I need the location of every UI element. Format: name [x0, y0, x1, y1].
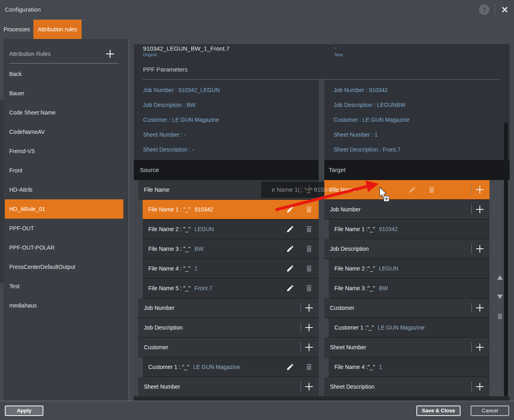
mapping-row-file-name-5[interactable]: File Name 5 : "_"Front.7: [143, 279, 319, 298]
mapping-row-customer-1[interactable]: Customer 1 : "_"LE GUN Magazine: [143, 357, 319, 377]
footer-bar: Apply Save & Close Cancel: [0, 401, 514, 420]
group-row-job-number[interactable]: Job Number: [138, 298, 319, 318]
add-icon[interactable]: [303, 302, 315, 313]
mapping-row-file-name-4[interactable]: File Name 4 : "_"1: [143, 259, 319, 278]
save-close-button[interactable]: Save & Close: [416, 406, 461, 416]
separator: [471, 342, 472, 352]
new-file-name: -: [335, 45, 336, 51]
tab-attribution-rules[interactable]: Attribution rules: [33, 20, 82, 39]
delete-icon[interactable]: [305, 245, 313, 253]
row-label: Customer 1 :"_": [334, 324, 374, 331]
sidebar-item-test[interactable]: Test: [5, 277, 123, 296]
group-row-job-number[interactable]: Job Number: [324, 200, 489, 219]
row-text: File Name 4 : "_"1: [148, 259, 198, 278]
section-title: PPF Parameters: [143, 66, 188, 73]
group-row-sheet-description[interactable]: Sheet Description: [324, 377, 489, 396]
row-label: File Name 5 : "_": [148, 285, 190, 291]
delete-icon[interactable]: [305, 264, 313, 272]
group-row-sheet-number[interactable]: Sheet Number: [138, 377, 319, 396]
sidebar-item-hd-arule-01[interactable]: HD_ARule_01: [5, 199, 123, 219]
group-row-customer[interactable]: Customer: [138, 338, 319, 357]
edit-icon[interactable]: [286, 245, 294, 253]
cancel-button[interactable]: Cancel: [471, 406, 509, 416]
row-label: Customer 1 : "_": [148, 364, 189, 370]
separator: [301, 303, 301, 313]
add-icon[interactable]: [474, 243, 486, 254]
sidebar-scrollbar-thumb[interactable]: [0, 100, 4, 283]
mapping-row-file-name-1[interactable]: File Name 1 :"_"910342: [329, 219, 489, 239]
edit-icon[interactable]: [286, 363, 294, 371]
mapping-row-file-name-3[interactable]: File Name 3 :"_"BW: [329, 279, 489, 298]
edit-icon[interactable]: [286, 205, 294, 213]
sidebar-item-bauer[interactable]: Bauer: [5, 84, 123, 103]
row-text: Sheet Number: [144, 377, 180, 396]
mapping-row-file-name-3[interactable]: File Name 3 : "_"BW: [143, 239, 319, 258]
add-icon[interactable]: [303, 322, 315, 333]
target-title: Target: [329, 160, 346, 180]
scrollbar-thumb[interactable]: [504, 123, 508, 397]
delete-icon[interactable]: [305, 205, 313, 213]
sidebar-item-codenameav[interactable]: CodeNameAV: [5, 122, 123, 141]
row-label: File Name 1 :"_": [334, 226, 375, 232]
group-row-sheet-number[interactable]: Sheet Number: [324, 338, 489, 357]
row-label: File Name: [144, 186, 170, 193]
sidebar-item-code-sheet-name[interactable]: Code Sheet Name: [5, 103, 123, 122]
sidebar-item-mediahaus[interactable]: mediahaus: [5, 296, 123, 315]
edit-icon[interactable]: [286, 264, 294, 272]
close-icon[interactable]: [501, 6, 509, 14]
row-text: Job Description: [144, 318, 183, 337]
row-label: File Name 3 : "_": [148, 246, 190, 252]
group-row-customer[interactable]: Customer: [324, 298, 489, 318]
edit-icon[interactable]: [408, 186, 416, 194]
source-title: Source: [140, 160, 159, 180]
group-row-job-description[interactable]: Job Description: [138, 318, 319, 337]
group-row-file-name[interactable]: File Name: [324, 180, 489, 199]
mapping-row-file-name-2[interactable]: File Name 2 :"_"LEGUN: [329, 259, 489, 278]
delete-icon[interactable]: [496, 313, 504, 320]
source-list: File NameFile Name 1 : "_"910342File Nam…: [134, 180, 319, 397]
row-label: Sheet Number: [144, 383, 180, 390]
add-rule-icon[interactable]: [104, 48, 116, 60]
row-value: BW: [195, 246, 204, 252]
row-label: File Name 4 : "_": [148, 265, 190, 272]
add-icon[interactable]: [474, 204, 486, 215]
mapping-row-file-name-1[interactable]: File Name 1 : "_"910342: [143, 200, 319, 219]
group-row-job-description[interactable]: Job Description: [324, 239, 489, 258]
mapping-row-file-name-4[interactable]: File Name 4 :"_"1: [329, 357, 489, 377]
add-icon[interactable]: [474, 184, 486, 195]
sidebar-item-ppf-out[interactable]: PPF-OUT: [5, 219, 123, 238]
delete-icon[interactable]: [305, 225, 313, 233]
column-gutter: [319, 80, 324, 401]
edit-icon[interactable]: [286, 225, 294, 233]
apply-button[interactable]: Apply: [5, 406, 43, 416]
delete-icon[interactable]: [428, 186, 436, 194]
delete-icon[interactable]: [305, 284, 313, 292]
row-text: File Name 1 :"_"910342: [334, 219, 398, 239]
add-icon[interactable]: [474, 342, 486, 353]
sidebar-item-front[interactable]: Front: [5, 161, 123, 180]
move-down-icon[interactable]: [497, 295, 503, 299]
param-job-number: Job Number : 910342: [334, 87, 388, 95]
sidebar-item-presscenterdefaultoutput[interactable]: PressCenterDefaultOutput: [5, 257, 123, 277]
add-icon[interactable]: [303, 342, 315, 353]
sidebar: Attribution Rules BackBauerCode Sheet Na…: [4, 39, 129, 401]
row-label: File Name 4 :"_": [334, 364, 375, 370]
row-label: Job Number: [144, 305, 174, 311]
edit-icon[interactable]: [286, 284, 294, 292]
sidebar-item-back[interactable]: Back: [5, 64, 123, 84]
mapping-row-customer-1[interactable]: Customer 1 :"_"LE GUN Magazine: [329, 318, 489, 337]
help-icon[interactable]: ?: [479, 4, 489, 15]
row-value: LE GUN Magazine: [378, 324, 425, 331]
mapping-row-file-name-2[interactable]: File Name 2 : "_"LEGUN: [143, 219, 319, 239]
sidebar-item-ppf-out-polar[interactable]: PPF-OUT-POLAR: [5, 238, 123, 257]
sidebar-item-hd-attrib[interactable]: HD-Attrib: [5, 180, 123, 199]
move-up-icon[interactable]: [497, 275, 503, 280]
add-icon[interactable]: [303, 381, 315, 392]
row-value: 1: [379, 364, 382, 370]
add-icon[interactable]: [474, 381, 486, 392]
tab-processes[interactable]: Processes: [0, 20, 33, 39]
delete-icon[interactable]: [305, 363, 313, 371]
sidebar-item-fremd-vs[interactable]: Fremd-VS: [5, 141, 123, 161]
add-icon[interactable]: [474, 302, 486, 313]
separator: [301, 342, 301, 352]
